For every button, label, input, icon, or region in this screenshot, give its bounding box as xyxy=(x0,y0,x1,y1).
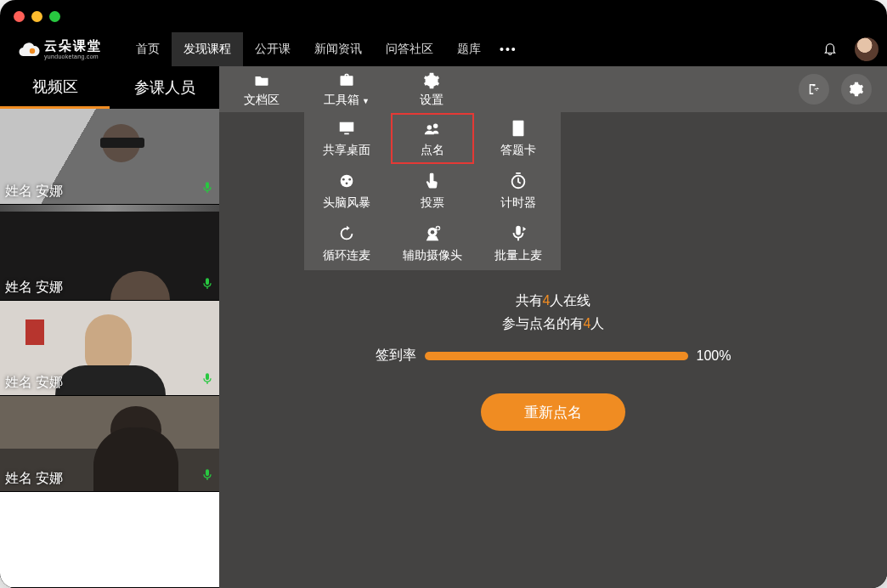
participant-tile[interactable]: 姓名 安娜 xyxy=(0,301,219,397)
tool-label: 循环连麦 xyxy=(323,248,370,263)
maximize-window-button[interactable] xyxy=(49,11,60,22)
nav-item-0[interactable]: 首页 xyxy=(124,32,172,66)
nav-item-3[interactable]: 新闻资讯 xyxy=(302,32,374,66)
sidebar: 视频区参课人员 姓名 安娜姓名 安娜姓名 安娜姓名 安娜 xyxy=(0,66,219,588)
settings-button[interactable]: 设置 xyxy=(389,66,474,112)
batch-mic-icon xyxy=(508,224,528,246)
rotate-mic-icon xyxy=(336,224,357,246)
tool-rotate-mic[interactable]: 循环连麦 xyxy=(304,218,390,270)
share-screen-icon xyxy=(336,119,357,140)
brand-logo[interactable]: 云朵课堂 yunduoketang.com xyxy=(15,39,102,59)
checkin-rate-label: 签到率 xyxy=(376,347,416,365)
tool-vote[interactable]: 投票 xyxy=(390,165,476,218)
participant-name: 姓名 安娜 xyxy=(5,183,63,201)
participated-post: 人 xyxy=(590,316,604,331)
exit-button[interactable] xyxy=(799,74,829,105)
microphone-icon[interactable] xyxy=(201,276,214,295)
participant-name: 姓名 安娜 xyxy=(5,374,63,392)
toolbox-dropdown: 共享桌面点名答题卡头脑风暴投票计时器循环连麦辅助摄像头批量上麦 xyxy=(304,112,561,270)
empty-tile xyxy=(0,492,219,588)
nav-item-5[interactable]: 题库 xyxy=(445,32,493,66)
notifications-icon[interactable] xyxy=(822,41,838,59)
tool-batch-mic[interactable]: 批量上麦 xyxy=(475,218,561,270)
microphone-icon[interactable] xyxy=(201,467,214,486)
checkin-rate-bar xyxy=(425,352,688,360)
participant-tile[interactable]: 姓名 安娜 xyxy=(0,109,219,205)
checkin-rate-value: 100% xyxy=(697,348,732,364)
minimize-window-button[interactable] xyxy=(31,11,42,22)
nav-item-1[interactable]: 发现课程 xyxy=(172,32,243,66)
toolbox-button[interactable]: 工具箱▼ xyxy=(304,66,389,112)
logo-cloud-icon xyxy=(15,40,41,59)
vote-icon xyxy=(422,172,443,193)
side-tab-video[interactable]: 视频区 xyxy=(0,66,110,109)
main-toolbar: 文档区 工具箱▼ 设置 xyxy=(219,66,887,112)
settings-label: 设置 xyxy=(420,93,444,108)
tool-label: 头脑风暴 xyxy=(323,195,370,211)
online-count-pre: 共有 xyxy=(516,293,543,308)
chevron-down-icon: ▼ xyxy=(362,97,370,105)
folder-icon xyxy=(252,71,271,90)
doc-area-button[interactable]: 文档区 xyxy=(219,66,304,112)
doc-area-label: 文档区 xyxy=(244,93,280,108)
tool-label: 点名 xyxy=(421,143,444,158)
tool-label: 计时器 xyxy=(500,195,536,211)
answer-card-icon xyxy=(508,119,528,140)
tool-roll-call[interactable]: 点名 xyxy=(390,112,476,165)
nav-item-2[interactable]: 公开课 xyxy=(243,32,302,66)
toolbox-label: 工具箱 xyxy=(324,93,359,106)
aux-camera-icon xyxy=(422,224,443,246)
side-tab-participants[interactable]: 参课人员 xyxy=(110,66,219,109)
participant-name: 姓名 安娜 xyxy=(5,279,63,297)
user-avatar[interactable] xyxy=(855,37,879,61)
room-settings-button[interactable] xyxy=(841,74,872,105)
tool-label: 辅助摄像头 xyxy=(403,248,462,263)
nav-item-4[interactable]: 问答社区 xyxy=(374,32,445,66)
tool-label: 共享桌面 xyxy=(323,143,370,158)
roll-call-icon xyxy=(422,119,443,140)
tool-label: 批量上麦 xyxy=(494,248,542,263)
logo-text-en: yunduoketang.com xyxy=(44,54,102,59)
microphone-icon[interactable] xyxy=(201,180,214,199)
logo-text-cn: 云朵课堂 xyxy=(44,39,102,52)
nav-more-icon[interactable]: ••• xyxy=(500,42,517,56)
tool-aux-camera[interactable]: 辅助摄像头 xyxy=(390,218,476,270)
participated-pre: 参与点名的有 xyxy=(502,316,584,331)
svg-point-4 xyxy=(346,182,348,184)
participant-name: 姓名 安娜 xyxy=(5,470,63,488)
main-panel: 文档区 工具箱▼ 设置 xyxy=(219,66,887,588)
tool-answer-card[interactable]: 答题卡 xyxy=(475,112,561,165)
briefcase-icon xyxy=(337,71,356,90)
restart-rollcall-button[interactable]: 重新点名 xyxy=(481,393,625,431)
video-participant-list: 姓名 安娜姓名 安娜姓名 安娜姓名 安娜 xyxy=(0,109,219,588)
svg-point-3 xyxy=(349,178,352,181)
roll-call-panel: 共有4人在线 参与点名的有4人 签到率 100% 重新点名 xyxy=(219,287,887,431)
svg-point-1 xyxy=(341,175,353,188)
brainstorm-icon xyxy=(336,172,357,193)
tool-timer[interactable]: 计时器 xyxy=(475,165,561,218)
top-navigation: 云朵课堂 yunduoketang.com 首页发现课程公开课新闻资讯问答社区题… xyxy=(0,32,887,66)
svg-point-0 xyxy=(30,48,35,54)
close-window-button[interactable] xyxy=(14,11,25,22)
participant-tile[interactable]: 姓名 安娜 xyxy=(0,396,219,492)
tool-label: 答题卡 xyxy=(500,143,536,158)
participant-tile[interactable]: 姓名 安娜 xyxy=(0,205,219,301)
gear-icon xyxy=(422,71,441,90)
timer-icon xyxy=(508,172,528,193)
microphone-icon[interactable] xyxy=(201,371,214,390)
svg-point-2 xyxy=(342,178,345,181)
tool-label: 投票 xyxy=(421,195,444,211)
tool-share-screen[interactable]: 共享桌面 xyxy=(304,112,390,165)
tool-brainstorm[interactable]: 头脑风暴 xyxy=(304,165,390,218)
svg-point-7 xyxy=(431,230,435,235)
app-window: 云朵课堂 yunduoketang.com 首页发现课程公开课新闻资讯问答社区题… xyxy=(0,0,887,588)
online-count-post: 人在线 xyxy=(550,293,590,308)
window-titlebar xyxy=(0,0,887,32)
